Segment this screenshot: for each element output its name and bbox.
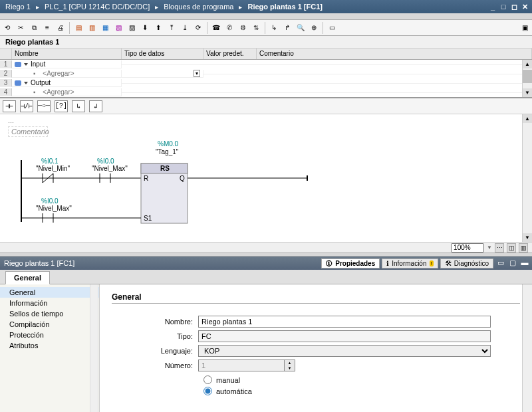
input-numero <box>198 360 285 371</box>
scroll-thumb[interactable] <box>523 70 532 83</box>
tool-icon[interactable]: ⋯ <box>495 243 504 253</box>
restore-icon[interactable]: □ <box>499 2 508 11</box>
tool-icon[interactable]: ⇅ <box>250 22 262 34</box>
contact-no-button[interactable]: ⊣⊢ <box>3 100 16 112</box>
expand-icon[interactable]: ▢ <box>508 258 517 268</box>
radio-automatica[interactable]: automática <box>203 385 520 397</box>
tool-icon[interactable]: ⬆ <box>152 22 164 34</box>
tool-icon[interactable]: ▦ <box>99 22 111 34</box>
dropdown-icon[interactable]: ▾ <box>194 70 200 77</box>
tab-properties[interactable]: 🛈Propiedades <box>321 258 380 268</box>
iface-row-add[interactable]: 2 ▪ <Agregar> ▾ <box>0 69 532 78</box>
tool-icon[interactable]: ↱ <box>281 22 293 34</box>
close-icon[interactable]: ✕ <box>520 2 529 11</box>
col-nombre[interactable]: Nombre <box>12 49 122 59</box>
form-scrollbar[interactable] <box>522 284 532 412</box>
nav-scrollbar[interactable] <box>90 284 98 412</box>
svg-text:"Nivel_Max": "Nivel_Max" <box>36 205 72 212</box>
svg-text:%I0.0: %I0.0 <box>41 197 59 205</box>
breadcrumb-item[interactable]: Riego plantas 1 [FC1] <box>245 3 325 11</box>
breadcrumb-item[interactable]: Bloques de programa <box>161 3 236 11</box>
tool-icon[interactable]: ⤓ <box>179 22 191 34</box>
contact-nc-button[interactable]: ⊣/⊢ <box>20 100 33 112</box>
panel-toggle-icon[interactable]: ▣ <box>519 22 531 34</box>
dropdown-icon[interactable]: ▼ <box>487 245 492 251</box>
ladder-network[interactable]: %I0.1 "Nivel_Min" %I0.0 "Nivel_Max" %M0.… <box>8 137 513 233</box>
tool-icon[interactable]: ▭ <box>326 22 338 34</box>
window-grip[interactable] <box>0 13 532 20</box>
tool-icon[interactable]: ⬇ <box>139 22 151 34</box>
hscrollbar[interactable] <box>0 243 451 253</box>
tool-icon[interactable]: ✂ <box>15 22 27 34</box>
tool-icon[interactable]: ☎ <box>210 22 222 34</box>
col-tipo[interactable]: Tipo de datos <box>122 49 203 59</box>
coil-button[interactable]: ─○─ <box>37 100 51 112</box>
form-heading: General <box>112 292 520 304</box>
iface-row-output[interactable]: 3 Output <box>0 78 532 88</box>
expand-icon[interactable] <box>24 82 28 84</box>
input-nombre[interactable] <box>198 316 491 328</box>
tab-diagnostics[interactable]: 🛠Diagnóstico <box>440 258 493 268</box>
radio-manual[interactable]: manual <box>203 374 520 385</box>
maximize-icon[interactable]: ◻ <box>509 2 519 11</box>
inspector-title: Riego plantas 1 [FC1] <box>3 259 319 267</box>
nav-sellos[interactable]: Sellos de tiempo <box>0 308 99 319</box>
label-tipo: Tipo: <box>112 332 198 340</box>
tab-general[interactable]: General <box>5 271 50 284</box>
tool-icon[interactable]: 🔍 <box>295 22 307 34</box>
nav-general[interactable]: General <box>0 287 99 298</box>
close-icon[interactable]: ▬ <box>520 258 529 268</box>
tool-icon[interactable]: ⧉ <box>28 22 40 34</box>
expand-icon[interactable] <box>24 63 28 66</box>
tool-icon[interactable]: ✆ <box>223 22 235 34</box>
box-button[interactable]: [?] <box>55 100 68 112</box>
tool-icon[interactable]: ≡ <box>41 22 53 34</box>
col-coment[interactable]: Comentario <box>257 49 532 59</box>
tool-icon[interactable]: ▧ <box>112 22 124 34</box>
tab-info[interactable]: ℹInformación! <box>382 258 438 268</box>
svg-text:RS: RS <box>160 165 170 172</box>
number-spinner: ▲▼ <box>285 360 295 371</box>
canvas-scrollbar[interactable]: ▲ ▼ <box>522 114 532 242</box>
tool-icon[interactable]: 🖨 <box>55 22 66 34</box>
tool-icon[interactable]: ⊕ <box>308 22 320 34</box>
tool-icon[interactable]: ⟲ <box>1 22 13 34</box>
iface-scrollbar[interactable]: ▲ ▼ <box>522 60 532 97</box>
network-comment[interactable]: Comentario <box>8 126 48 137</box>
tool-icon[interactable]: ▥ <box>86 22 98 34</box>
scroll-down-icon[interactable]: ▼ <box>523 88 532 97</box>
tool-icon[interactable]: ▨ <box>126 22 138 34</box>
tool-icon[interactable]: ⟳ <box>192 22 204 34</box>
iface-row-input[interactable]: 1 Input <box>0 60 532 69</box>
scroll-up-icon[interactable]: ▲ <box>523 60 532 68</box>
svg-text:%I0.1: %I0.1 <box>41 157 59 165</box>
col-valor[interactable]: Valor predet. <box>203 49 257 59</box>
branch-open-button[interactable]: ↳ <box>72 100 85 112</box>
tool-icon[interactable]: ▤ <box>72 22 84 34</box>
scroll-up-icon[interactable]: ▲ <box>523 114 532 123</box>
svg-text:%I0.0: %I0.0 <box>97 157 114 165</box>
nav-proteccion[interactable]: Protección <box>0 330 99 340</box>
collapse-icon[interactable]: ▭ <box>496 258 505 268</box>
tool-icon[interactable]: ↳ <box>268 22 280 34</box>
branch-close-button[interactable]: ↲ <box>89 100 102 112</box>
ladder-canvas[interactable]: ⋯ Comentario %I0.1 "Nivel_Min" %I0.0 "Ni… <box>0 114 532 242</box>
tool-icon[interactable]: ⤒ <box>166 22 178 34</box>
iface-row-add[interactable]: 4 ▪ <Agregar> <box>0 88 532 97</box>
nav-informacion[interactable]: Información <box>0 298 99 308</box>
svg-text:%M0.0: %M0.0 <box>158 140 179 148</box>
tool-icon[interactable]: ▥ <box>519 243 528 253</box>
select-lenguaje[interactable]: KOP <box>198 345 491 357</box>
nav-compilacion[interactable]: Compilación <box>0 319 99 330</box>
minimize-icon[interactable]: _ <box>488 2 497 11</box>
breadcrumb-item[interactable]: PLC_1 [CPU 1214C DC/DC/DC] <box>42 3 152 11</box>
svg-text:R: R <box>144 175 148 182</box>
breadcrumb-item[interactable]: Riego 1 <box>3 3 33 11</box>
zoom-input[interactable] <box>451 243 484 253</box>
tool-icon[interactable]: ◫ <box>507 243 516 253</box>
nav-atributos[interactable]: Atributos <box>0 340 99 351</box>
scroll-down-icon[interactable]: ▼ <box>523 233 532 242</box>
block-title: Riego plantas 1 <box>0 36 532 49</box>
tool-icon[interactable]: ⚙ <box>237 22 249 34</box>
svg-text:"Nivel_Min": "Nivel_Min" <box>36 165 70 172</box>
